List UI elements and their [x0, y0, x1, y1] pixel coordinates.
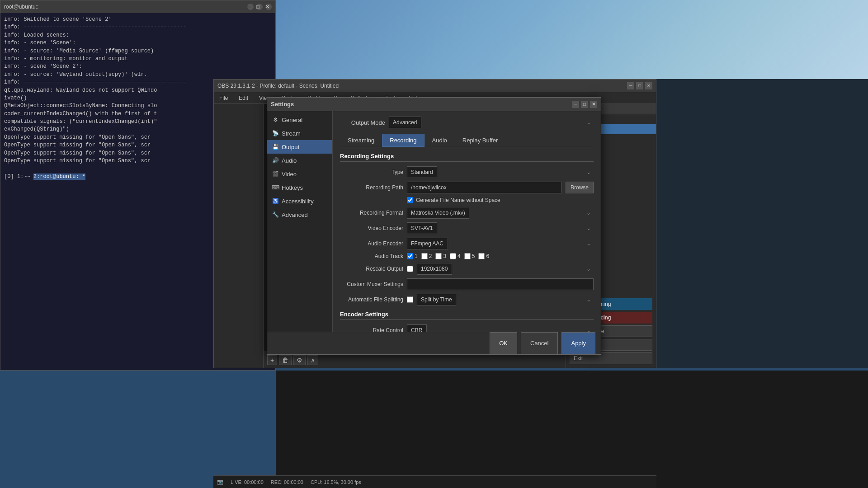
terminal-line: info: Switched to scene 'Scene 2'	[4, 16, 272, 23]
settings-sidebar: ⚙ General 📡 Stream 💾 Output 🔊 Audio 🎬 Vi…	[267, 111, 333, 332]
stream-icon: 📡	[272, 130, 279, 137]
settings-nav-advanced[interactable]: 🔧 Advanced	[267, 208, 332, 221]
desktop-right-panel	[655, 79, 868, 368]
audio-track-2-checkbox[interactable]	[421, 253, 428, 259]
obs-statusbar: 📷 LIVE: 00:00:00 REC: 00:00:00 CPU: 16.5…	[213, 475, 656, 488]
type-select-wrapper: Standard	[407, 166, 594, 178]
video-encoder-select[interactable]: SVT-AV1	[407, 222, 437, 234]
terminal-maximize-btn[interactable]: □	[256, 4, 263, 10]
settings-nav-stream[interactable]: 📡 Stream	[267, 127, 332, 140]
audio-track-3: 3	[435, 253, 446, 259]
custom-muxer-row: Custom Muxer Settings	[340, 278, 594, 290]
obs-menu-edit[interactable]: Edit	[237, 94, 250, 102]
settings-body: ⚙ General 📡 Stream 💾 Output 🔊 Audio 🎬 Vi…	[267, 111, 601, 332]
obs-status-icon: 📷	[217, 479, 223, 485]
settings-nav-audio[interactable]: 🔊 Audio	[267, 154, 332, 167]
recording-format-label: Recording Format	[340, 210, 403, 216]
rescale-output-checkbox[interactable]	[407, 266, 413, 272]
audio-track-5: 5	[464, 253, 475, 259]
video-encoder-label: Video Encoder	[340, 225, 403, 231]
rescale-output-select[interactable]: 868x488	[417, 263, 452, 275]
auto-split-checkbox[interactable]	[407, 296, 413, 303]
audio-track-3-checkbox[interactable]	[435, 253, 442, 259]
settings-minimize-btn[interactable]: ─	[572, 101, 579, 108]
terminal-line: info: - scene 'Scene 2':	[4, 63, 272, 70]
cancel-button[interactable]: Cancel	[521, 332, 558, 355]
video-encoder-row: Video Encoder SVT-AV1	[340, 222, 594, 234]
rate-control-select-wrapper: CBR	[407, 324, 594, 332]
rate-control-row: Rate Control CBR	[340, 324, 594, 332]
obs-minimize-btn[interactable]: ─	[627, 82, 634, 89]
terminal-controls[interactable]: ─ □ ✕	[247, 4, 272, 10]
audio-encoder-label: Audio Encoder	[340, 240, 403, 247]
audio-track-6-checkbox[interactable]	[478, 253, 485, 259]
settings-nav-general[interactable]: ⚙ General	[267, 113, 332, 127]
settings-nav-video-label: Video	[282, 171, 297, 178]
settings-nav-accessibility-label: Accessibility	[282, 198, 314, 205]
terminal-line: info: - source: 'Media Source' (ffmpeg_s…	[4, 47, 272, 55]
recording-settings-header: Recording Settings	[340, 153, 594, 162]
settings-nav-audio-label: Audio	[282, 157, 297, 164]
audio-encoder-select-wrapper: FFmpeg AAC	[407, 238, 594, 249]
obs-cpu-status: CPU: 16.5%, 30.00 fps	[311, 479, 361, 485]
custom-muxer-input[interactable]	[407, 278, 594, 290]
settings-tabs: Streaming Recording Audio Replay Buffer	[340, 134, 594, 147]
audio-icon: 🔊	[272, 157, 279, 164]
obs-titlebar-controls[interactable]: ─ □ ✕	[627, 82, 652, 89]
obs-close-btn[interactable]: ✕	[645, 82, 652, 89]
obs-maximize-btn[interactable]: □	[636, 82, 643, 89]
browse-button[interactable]: Browse	[566, 182, 594, 193]
terminal-line: info: - monitoring: monitor and output	[4, 55, 272, 63]
rate-control-select[interactable]: CBR	[407, 324, 427, 332]
recording-format-row: Recording Format Matroska Video (.mkv)	[340, 207, 594, 219]
settings-titlebar-controls[interactable]: ─ □ ✕	[572, 101, 597, 108]
auto-split-select-wrapper: Split by Time	[417, 294, 594, 305]
settings-nav-output[interactable]: 💾 Output	[267, 140, 332, 154]
tab-streaming[interactable]: Streaming	[340, 134, 382, 147]
apply-button[interactable]: Apply	[561, 332, 595, 355]
terminal-close-btn[interactable]: ✕	[265, 4, 272, 10]
tab-recording[interactable]: Recording	[382, 134, 424, 147]
recording-path-row: Recording Path Browse	[340, 182, 594, 193]
settings-nav-video[interactable]: 🎬 Video	[267, 167, 332, 181]
accessibility-icon: ♿	[272, 197, 279, 205]
settings-nav-general-label: General	[282, 117, 302, 123]
output-mode-select-wrapper: Advanced Simple	[389, 117, 594, 128]
audio-track-5-checkbox[interactable]	[464, 253, 471, 259]
ok-button[interactable]: OK	[490, 332, 517, 355]
video-encoder-select-wrapper: SVT-AV1	[407, 222, 594, 234]
terminal-minimize-btn[interactable]: ─	[247, 4, 254, 10]
audio-track-1-checkbox[interactable]	[407, 253, 413, 259]
settings-close-btn[interactable]: ✕	[590, 101, 597, 108]
terminal-line: info: - source: 'Wayland output(scpy)' (…	[4, 71, 272, 79]
obs-source-settings-btn[interactable]: ⚙	[293, 355, 306, 365]
generate-filename-checkbox[interactable]	[407, 197, 413, 203]
recording-format-select[interactable]: Matroska Video (.mkv)	[407, 207, 469, 219]
audio-track-4: 4	[450, 253, 461, 259]
output-mode-select[interactable]: Advanced Simple	[389, 117, 421, 128]
auto-split-select[interactable]: Split by Time	[417, 294, 456, 305]
tab-audio[interactable]: Audio	[425, 134, 455, 147]
settings-nav-stream-label: Stream	[282, 130, 301, 137]
obs-source-up-btn[interactable]: ∧	[307, 355, 318, 365]
custom-muxer-label: Custom Muxer Settings	[340, 281, 403, 287]
rescale-output-row: Rescale Output 868x488	[340, 263, 594, 275]
obs-menu-file[interactable]: File	[217, 94, 230, 102]
tab-replay-buffer[interactable]: Replay Buffer	[455, 134, 506, 147]
audio-track-5-label: 5	[472, 253, 475, 259]
obs-remove-source-btn[interactable]: 🗑	[279, 355, 292, 365]
settings-nav-hotkeys[interactable]: ⌨ Hotkeys	[267, 181, 332, 194]
audio-encoder-select[interactable]: FFmpeg AAC	[407, 238, 448, 249]
settings-dialog: Settings ─ □ ✕ ⚙ General 📡 Stream 💾 Outp…	[267, 97, 601, 355]
terminal-titlebar: root@ubuntu:: ─ □ ✕	[0, 0, 275, 13]
type-select[interactable]: Standard	[407, 166, 437, 178]
output-mode-label: Output Mode	[340, 119, 385, 126]
settings-titlebar: Settings ─ □ ✕	[267, 98, 601, 111]
settings-maximize-btn[interactable]: □	[581, 101, 588, 108]
recording-path-input[interactable]	[407, 182, 562, 193]
obs-add-source-btn[interactable]: +	[267, 355, 277, 365]
settings-nav-hotkeys-label: Hotkeys	[282, 184, 303, 191]
settings-nav-accessibility[interactable]: ♿ Accessibility	[267, 194, 332, 208]
terminal-line: info: - scene 'Scene':	[4, 39, 272, 47]
audio-track-4-checkbox[interactable]	[450, 253, 456, 259]
